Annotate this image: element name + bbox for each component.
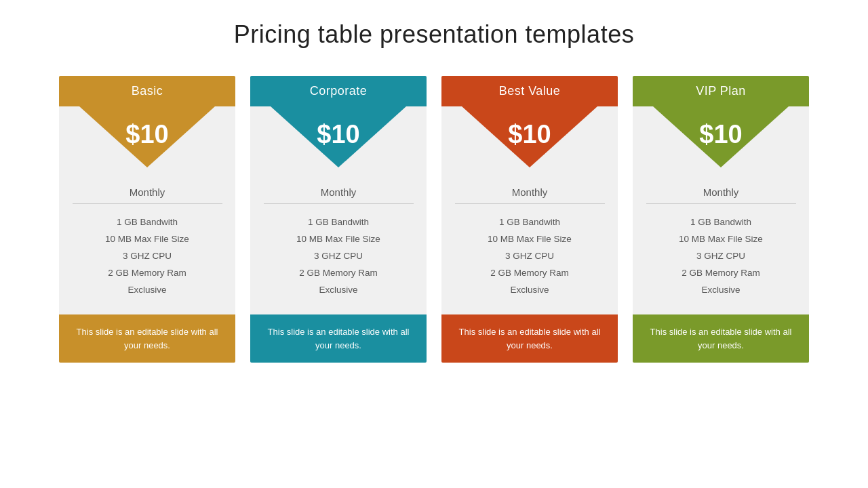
card-price-area-basic: $10 Monthly 1 GB Bandwith10 MB Max File … xyxy=(59,106,235,314)
triangle-wrapper-bestvalue: $10 xyxy=(441,106,618,181)
card-price-area-corporate: $10 Monthly 1 GB Bandwith10 MB Max File … xyxy=(250,106,427,314)
feature-item: 10 MB Max File Size xyxy=(679,230,763,247)
feature-item: 3 GHZ CPU xyxy=(679,247,763,264)
page-title: Pricing table presentation templates xyxy=(234,20,634,49)
period-vip: Monthly xyxy=(703,185,739,198)
feature-item: 2 GB Memory Ram xyxy=(488,264,572,281)
card-header-basic: Basic xyxy=(59,76,235,106)
feature-item: 1 GB Bandwith xyxy=(488,214,572,230)
price-basic: $10 xyxy=(59,120,235,149)
price-bestvalue: $10 xyxy=(441,120,618,149)
card-price-area-vip: $10 Monthly 1 GB Bandwith10 MB Max File … xyxy=(633,106,809,314)
card-header-vip: VIP Plan xyxy=(633,76,809,106)
card-footer-basic: This slide is an editable slide with all… xyxy=(59,314,235,363)
feature-item: Exclusive xyxy=(105,281,189,298)
feature-item: 3 GHZ CPU xyxy=(296,247,380,264)
features-list-vip: 1 GB Bandwith10 MB Max File Size3 GHZ CP… xyxy=(672,214,770,298)
period-bestvalue: Monthly xyxy=(512,185,548,198)
divider-bestvalue xyxy=(455,203,605,204)
price-vip: $10 xyxy=(633,120,809,149)
feature-item: 2 GB Memory Ram xyxy=(679,264,763,281)
period-corporate: Monthly xyxy=(321,185,357,198)
pricing-card-corporate: Corporate $10 Monthly 1 GB Bandwith10 MB… xyxy=(250,76,427,363)
feature-item: 3 GHZ CPU xyxy=(105,247,189,264)
feature-item: 1 GB Bandwith xyxy=(105,214,189,230)
triangle-wrapper-corporate: $10 xyxy=(250,106,427,181)
divider-vip xyxy=(646,203,796,204)
feature-item: Exclusive xyxy=(488,281,572,298)
card-header-corporate: Corporate xyxy=(250,76,427,106)
pricing-card-bestvalue: Best Value $10 Monthly 1 GB Bandwith10 M… xyxy=(441,76,618,363)
card-header-bestvalue: Best Value xyxy=(441,76,618,106)
feature-item: Exclusive xyxy=(296,281,380,298)
triangle-wrapper-basic: $10 xyxy=(59,106,235,181)
features-list-basic: 1 GB Bandwith10 MB Max File Size3 GHZ CP… xyxy=(98,214,196,298)
card-footer-vip: This slide is an editable slide with all… xyxy=(633,314,809,363)
card-price-area-bestvalue: $10 Monthly 1 GB Bandwith10 MB Max File … xyxy=(441,106,618,314)
feature-item: 3 GHZ CPU xyxy=(488,247,572,264)
feature-item: 10 MB Max File Size xyxy=(488,230,572,247)
divider-basic xyxy=(73,203,222,204)
card-footer-corporate: This slide is an editable slide with all… xyxy=(250,314,427,363)
divider-corporate xyxy=(264,203,414,204)
pricing-card-vip: VIP Plan $10 Monthly 1 GB Bandwith10 MB … xyxy=(633,76,809,363)
card-footer-bestvalue: This slide is an editable slide with all… xyxy=(441,314,618,363)
feature-item: 10 MB Max File Size xyxy=(296,230,380,247)
features-list-bestvalue: 1 GB Bandwith10 MB Max File Size3 GHZ CP… xyxy=(481,214,578,298)
feature-item: 1 GB Bandwith xyxy=(296,214,380,230)
triangle-wrapper-vip: $10 xyxy=(633,106,809,181)
feature-item: 2 GB Memory Ram xyxy=(105,264,189,281)
pricing-card-basic: Basic $10 Monthly 1 GB Bandwith10 MB Max… xyxy=(59,76,235,363)
price-corporate: $10 xyxy=(250,120,427,149)
features-list-corporate: 1 GB Bandwith10 MB Max File Size3 GHZ CP… xyxy=(290,214,387,298)
feature-item: 2 GB Memory Ram xyxy=(296,264,380,281)
pricing-cards-container: Basic $10 Monthly 1 GB Bandwith10 MB Max… xyxy=(25,76,843,363)
feature-item: Exclusive xyxy=(679,281,763,298)
period-basic: Monthly xyxy=(130,185,165,198)
feature-item: 10 MB Max File Size xyxy=(105,230,189,247)
feature-item: 1 GB Bandwith xyxy=(679,214,763,230)
